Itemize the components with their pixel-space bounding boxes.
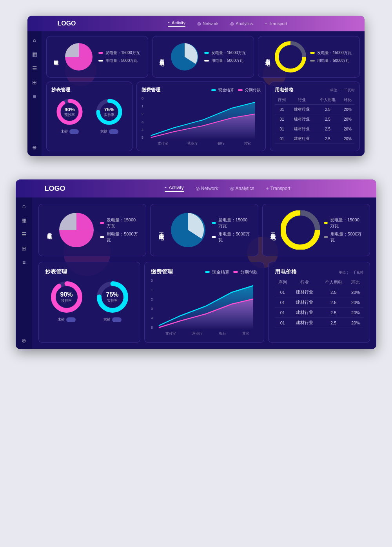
donut1-label-large: 预抄率 [60, 298, 73, 303]
meter-circles-small: 90% 预抄率 未抄 [51, 97, 127, 134]
sidebar-menu[interactable]: ☰ [31, 64, 38, 72]
donut1-large: 90% 预抄率 [49, 279, 84, 315]
fee-chart-svg-large [154, 279, 258, 330]
legend-use2-small: 用电量：5000万瓦 [310, 58, 352, 63]
power-gen-pie-small [63, 41, 94, 72]
toggle1-small[interactable] [69, 129, 79, 134]
price-unit-large: 单位：一千瓦时 [339, 270, 363, 275]
header-large: LOGO ~ Activity ◎ Network ◎ Analytics + … [16, 179, 376, 197]
header-small: LOGO ~ Activity ◎ Network ◎ Analytics + … [27, 16, 365, 31]
sidebar-expand-large[interactable]: ⊕ [20, 337, 28, 344]
price-card-large: 用电价格 单位：一千瓦时 序列 行业 个人用电 环比 [268, 262, 370, 343]
donut1-percent-small: 90% [64, 107, 75, 112]
nav-transport-large[interactable]: + Transport [266, 185, 290, 192]
meter-title-large: 抄表管理 [45, 268, 134, 275]
sidebar-lines-large[interactable]: ≡ [20, 259, 28, 266]
sidebar-grid-large[interactable]: ⊞ [20, 245, 28, 252]
dashboard-small: LOGO ~ Activity ◎ Network ◎ Analytics + … [27, 16, 365, 156]
toggle2-small[interactable] [109, 129, 118, 134]
fee-legend-small: 现金结算 分期付款 [211, 87, 261, 93]
power-gen-title-large: 发电量 [45, 229, 53, 231]
table-row: 01 建材行业 2.5 20% [275, 297, 363, 308]
toggle2-large[interactable] [112, 317, 122, 322]
nav-transport[interactable]: + Transport [265, 20, 287, 27]
industrial1-title-small: 工业用电 [157, 55, 165, 58]
meter-card-small: 抄表管理 90% 预抄率 [46, 82, 132, 151]
donut2-large: 75% 实抄率 [95, 279, 130, 315]
industrial1-pie-large [169, 210, 208, 250]
fee-legend-large: 现金结算 分期付款 [205, 269, 258, 275]
legend-gen1-small: 发电量：15000万瓦 [204, 50, 246, 56]
donut2-label-small: 实抄率 [104, 112, 114, 118]
content-large: 发电量 发电量：15000万瓦 [32, 197, 376, 349]
fee-card-small: 缴费管理 现金结算 分期付款 [136, 82, 266, 151]
meter-title-small: 抄表管理 [51, 87, 127, 93]
industrial2-card-small: 工业用电 发电量：15000万 [258, 36, 360, 78]
sidebar-small: ⌂ ▦ ☰ ⊞ ≡ ⊕ [27, 31, 42, 156]
meter-circle1-wrap-large: 90% 预抄率 未抄 [49, 279, 84, 322]
nav-analytics[interactable]: ◎ Analytics [230, 20, 253, 27]
donut1-text-large: 90% 预抄率 [60, 291, 73, 303]
fee-header-large: 缴费管理 现金结算 分期付款 [151, 268, 258, 275]
industrial1-card-small: 工业用电 发电量：15000万 [152, 36, 254, 78]
industrial2-pie-small [275, 41, 306, 72]
gen2-dot-small [310, 52, 315, 54]
legend-gen1-large: 发电量：15000万瓦 [212, 217, 251, 229]
fee-legend1-small: 现金结算 [211, 87, 234, 93]
power-gen-card-small: 发电量 发电量：15000万瓦 [46, 36, 148, 78]
nav-activity-large[interactable]: ~ Activity [165, 185, 184, 192]
nav-activity[interactable]: ~ Activity [168, 20, 185, 27]
top-row-large: 发电量 发电量：15000万瓦 [38, 204, 370, 256]
table-row: 01 建材行业 2.5 20% [275, 124, 355, 134]
toggle1-large[interactable] [66, 317, 76, 322]
price-header-large: 用电价格 单位：一千瓦时 [275, 268, 363, 275]
table-row: 01 建材行业 2.5 20% [275, 134, 355, 144]
dashboard-large: LOGO ~ Activity ◎ Network ◎ Analytics + … [16, 179, 376, 349]
transport-icon: + [265, 21, 267, 26]
table-row: 01 建材行业 2.5 20% [275, 105, 355, 114]
price-card-small: 用电价格 单位：一千瓦时 序列 行业 个人用电 环比 [270, 82, 360, 151]
sidebar-large: ⌂ ▦ ☰ ⊞ ≡ ⊕ [16, 197, 32, 349]
network-icon-large: ◎ [196, 186, 200, 191]
fee-chart-large: 5 4 3 2 1 0 [151, 279, 258, 330]
sidebar-building-large[interactable]: ▦ [20, 216, 28, 224]
donut1-percent-large: 90% [60, 291, 73, 298]
sidebar-home-large[interactable]: ⌂ [20, 202, 28, 210]
network-icon: ◎ [197, 21, 201, 26]
activity-icon: ~ [168, 20, 170, 25]
meter-legend1-large: 未抄 [58, 317, 76, 322]
main-content-small: ⌂ ▦ ☰ ⊞ ≡ ⊕ 发电量 [27, 31, 365, 156]
legend-use-large: 用电量：5000万瓦 [100, 231, 140, 243]
sidebar-grid[interactable]: ⊞ [31, 78, 38, 86]
price-table-large: 序列 行业 个人用电 环比 01 建材行业 2.5 [275, 278, 363, 328]
industrial1-legend-large: 发电量：15000万瓦 用电量：5000万瓦 [212, 217, 251, 243]
sidebar-building[interactable]: ▦ [31, 50, 38, 58]
fee-card-large: 缴费管理 现金结算 分期付款 [144, 262, 264, 343]
fee-legend2-small: 分期付款 [238, 87, 261, 93]
sidebar-home[interactable]: ⌂ [31, 36, 38, 44]
nav-analytics-large[interactable]: ◎ Analytics [230, 185, 254, 192]
meter-legend2-large: 实抄 [103, 317, 122, 322]
sidebar-menu-large[interactable]: ☰ [20, 230, 28, 238]
sidebar-lines[interactable]: ≡ [31, 92, 38, 100]
fee-legend2-large: 分期付款 [233, 269, 258, 275]
industrial1-pie-small [169, 41, 200, 72]
use-dot-small [98, 60, 103, 62]
industrial1-card-large: 工业用电 发电量：15000万瓦 [150, 204, 258, 256]
legend-use-small: 用电量：5000万瓦 [98, 58, 140, 63]
industrial2-title-small: 工业用电 [263, 55, 271, 58]
table-row: 01 建材行业 2.5 20% [275, 114, 355, 124]
legend-use1-large: 用电量：5000万瓦 [212, 231, 251, 243]
legend-gen-small: 发电量：15000万瓦 [98, 50, 140, 56]
price-table-small: 序列 行业 个人用电 环比 01 建材行业 2.5 [275, 96, 355, 144]
meter-circle2-wrap-large: 75% 实抄率 实抄 [95, 279, 130, 322]
power-gen-legend-large: 发电量：15000万瓦 用电量：5000万瓦 [100, 217, 140, 243]
nav-network[interactable]: ◎ Network [197, 20, 218, 27]
bottom-row-small: 抄表管理 90% 预抄率 [46, 82, 360, 151]
meter-legend2-small: 实抄 [100, 129, 118, 134]
nav-network-large[interactable]: ◎ Network [196, 185, 218, 192]
table-row: 01 建材行业 2.5 20% [275, 308, 363, 318]
main-content-large: ⌂ ▦ ☰ ⊞ ≡ ⊕ 发电量 [16, 197, 376, 349]
industrial1-legend-small: 发电量：15000万瓦 用电量：5000万瓦 [204, 50, 246, 63]
sidebar-expand[interactable]: ⊕ [31, 143, 38, 151]
